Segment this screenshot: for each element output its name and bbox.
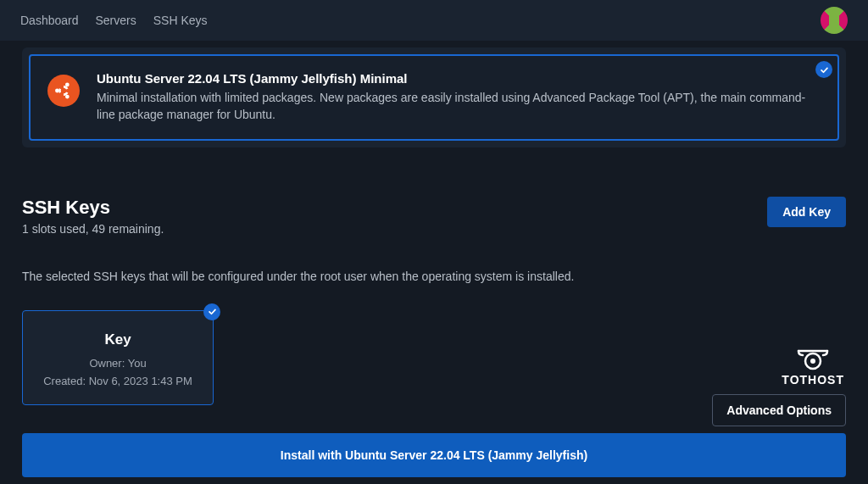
ssh-keys-slots: 1 slots used, 49 remaining. [22, 222, 164, 236]
brand-name: TOTHOST [782, 373, 844, 387]
brand-logo: TOTHOST [782, 348, 844, 387]
ssh-key-card[interactable]: Key Owner: You Created: Nov 6, 2023 1:43… [22, 310, 214, 405]
check-icon [815, 61, 832, 78]
svg-point-2 [65, 95, 70, 99]
ubuntu-icon [47, 75, 80, 107]
ssh-key-owner: Owner: You [35, 357, 201, 370]
ssh-key-name: Key [35, 331, 201, 348]
os-card-ubuntu-minimal[interactable]: Ubuntu Server 22.04 LTS (Jammy Jellyfish… [29, 54, 839, 141]
nav-dashboard[interactable]: Dashboard [20, 14, 79, 27]
ssh-key-created: Created: Nov 6, 2023 1:43 PM [35, 375, 201, 387]
svg-point-1 [65, 83, 70, 87]
advanced-options-button[interactable]: Advanced Options [712, 394, 846, 426]
ssh-keys-title: SSH Keys [22, 197, 164, 219]
svg-point-0 [55, 89, 59, 93]
main-content: Ubuntu Server 22.04 LTS (Jammy Jellyfish… [0, 41, 868, 405]
nav-sshkeys[interactable]: SSH Keys [153, 14, 208, 27]
add-key-button[interactable]: Add Key [767, 197, 846, 227]
os-text: Ubuntu Server 22.04 LTS (Jammy Jellyfish… [97, 71, 821, 124]
ssh-keys-note: The selected SSH keys that will be confi… [22, 270, 846, 283]
advanced-row: Advanced Options [22, 394, 846, 426]
avatar[interactable] [821, 7, 848, 34]
top-nav: Dashboard Servers SSH Keys [0, 0, 868, 41]
check-icon [203, 303, 220, 320]
os-card-container: Ubuntu Server 22.04 LTS (Jammy Jellyfish… [22, 47, 846, 147]
svg-point-4 [810, 359, 815, 364]
os-title: Ubuntu Server 22.04 LTS (Jammy Jellyfish… [97, 71, 821, 86]
footer-actions: Advanced Options Install with Ubuntu Ser… [22, 394, 846, 477]
os-description: Minimal installation with limited packag… [97, 89, 821, 124]
install-button[interactable]: Install with Ubuntu Server 22.04 LTS (Ja… [22, 433, 846, 477]
ssh-keys-heading: SSH Keys 1 slots used, 49 remaining. [22, 197, 164, 236]
tothost-icon [793, 348, 832, 371]
ssh-keys-header: SSH Keys 1 slots used, 49 remaining. Add… [22, 197, 846, 236]
nav-servers[interactable]: Servers [96, 14, 136, 27]
nav-links: Dashboard Servers SSH Keys [20, 14, 208, 27]
